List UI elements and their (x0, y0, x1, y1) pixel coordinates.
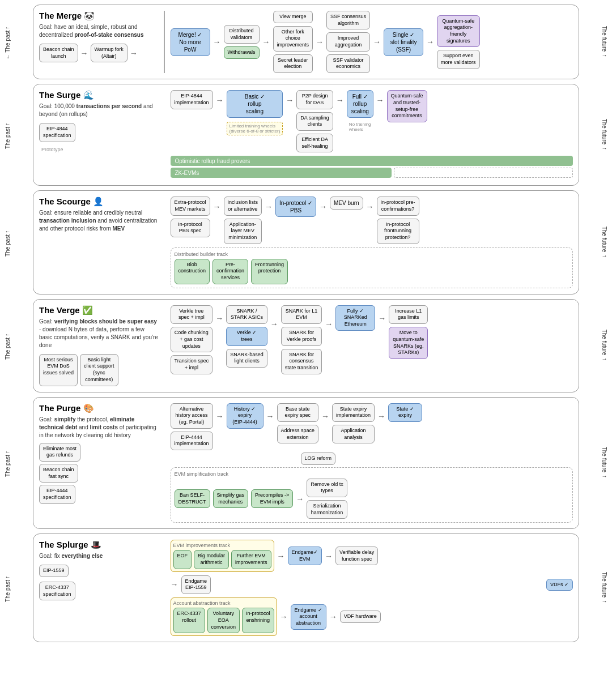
precompiles-node: Precompiles ->EVM impls (251, 489, 293, 508)
scourge-left: The Scourge 👤 Goal: ensure reliable and … (39, 197, 158, 233)
app-analysis-node: Applicationanalysis (332, 425, 375, 443)
verkle-spec-node: Verkle treespec + impl (171, 305, 213, 324)
arrow-sp4: → (280, 612, 288, 621)
beacon-fastsync-node: Beacon chainfast sync (39, 464, 78, 483)
splurge-past: ← The past (5, 574, 11, 602)
purge-goal: Goal: simplify the protocol, eliminate t… (39, 416, 158, 439)
warmup-fork-node: Warmup fork(Altair) (91, 44, 128, 62)
scourge-col1: Extra-protocolMEV markets In-protocolPBS… (171, 197, 210, 237)
verge-future-label: The future (601, 330, 607, 356)
splurge-wrapper: ← The past The Splurge 🎩 Goal: fix every… (5, 533, 607, 642)
splurge-left: The Splurge 🎩 Goal: fix everything else … (39, 540, 158, 600)
transition-spec-node: Transition spec+ impl (171, 355, 213, 374)
endgame-acc-node: Endgame ✓accountabstraction (291, 604, 326, 630)
purge-section: The Purge 🎨 Goal: simplify the protocol,… (33, 397, 579, 530)
no-training-label: No trainingwheels (347, 121, 373, 133)
mev-burn-node: MEV burn (330, 197, 363, 210)
verge-right: Verkle treespec + impl Code chunking+ ga… (171, 305, 573, 374)
evm-track-box: EVM improvements track EOF Big modularar… (171, 540, 274, 571)
purge-past-arrow: ← (5, 449, 11, 455)
snark-asic-node: SNARK /STARK ASICs (226, 305, 267, 324)
verge-past-label: The past (5, 338, 11, 360)
arrow6: → (373, 37, 381, 46)
surge-future: The future → (601, 119, 607, 151)
purge-future: The future → (601, 447, 607, 479)
erc4337-rollout-node: ERC-4337rollout (173, 608, 205, 633)
purge-future-arrow: → (602, 473, 607, 479)
surge-eip-node-wrap: EIP-4844specification (39, 123, 158, 142)
gas-refunds-node: Eliminate mostgas refunds (39, 443, 80, 462)
arrow5: → (316, 37, 324, 46)
inprotocol-enshrine-node: In-protocolenshrining (242, 608, 274, 633)
serial-harmon-node: Serializationharmonization (307, 500, 347, 519)
das-col: P2P designfor DAS DA samplingclients Eff… (296, 90, 333, 152)
extra-protocol-node: Extra-protocolMEV markets (171, 197, 210, 215)
surge-past-label: The past (5, 127, 11, 149)
arrow7: → (426, 37, 434, 46)
eip1559-node: EIP-1559 (39, 565, 69, 577)
merge-col3: SSF consensusalgorithm Improvedaggregati… (326, 11, 370, 73)
evm-dos-node: Most seriousEVM DoSissues solved (39, 354, 78, 386)
surge-goal: Goal: 100,000 transactions per second an… (39, 103, 158, 118)
arrow-s2: → (286, 96, 294, 105)
eof-node: EOF (173, 550, 192, 569)
splurge-right: EVM improvements track EOF Big modularar… (171, 540, 573, 636)
arrow-p4: → (377, 412, 385, 421)
splurge-title: The Splurge 🎩 (39, 540, 158, 550)
p2p-das-node: P2P designfor DAS (296, 90, 333, 109)
verge-flow: Verkle treespec + impl Code chunking+ ga… (171, 305, 573, 374)
merge-past-arrow: ← (5, 24, 11, 31)
pbs-node: In-protocol ✓PBS (275, 197, 316, 217)
zk-bar: ZK-EVMs (171, 168, 392, 178)
fr-protection-node: Frontrunningprotection (251, 259, 288, 284)
purge-flow: Alternativehistory access(eg. Portal) EI… (171, 403, 573, 450)
surge-section: The Surge 🌊 Goal: 100,000 transactions p… (33, 84, 579, 186)
verge-bottom-left: Most seriousEVM DoSissues solved Basic l… (39, 354, 158, 386)
snark-col: SNARK /STARK ASICs Verkle ✓trees SNARK-b… (226, 305, 267, 368)
arrow1: → (80, 49, 88, 58)
merge-left-nodes: Beacon chainlaunch → Warmup fork(Altair)… (39, 44, 158, 62)
arrow-s1: → (216, 96, 224, 105)
aa-nodes: ERC-4337rollout VoluntaryEOAconversion I… (173, 608, 274, 633)
snark-l1-node: SNARK for L1EVM (281, 305, 322, 324)
more-validators-node: Support evenmore validators (437, 50, 480, 69)
da-sampling-node: DA samplingclients (296, 112, 333, 131)
verge-section: The Verge ✅ Goal: verifying blocks shoul… (33, 299, 579, 392)
merge-goal: Goal: have an ideal, simple, robust and … (39, 23, 158, 39)
arrow-p1: → (216, 412, 224, 421)
merge-right: Merge! ✓No morePoW → Distributedvalidato… (171, 11, 573, 73)
ssf-validator-node: SSF validatoreconomics (326, 54, 370, 73)
merge-wrapper: ← ← The past The Merge 🐼 Goal: have an i… (5, 5, 607, 79)
scourge-future-arrow: → (602, 252, 607, 258)
verge-past: ← The past (5, 331, 11, 360)
dist-builder-track: Distributed builder track Blobconstructi… (171, 247, 573, 288)
further-evm-node: Further EVMimprovements (231, 550, 271, 569)
quantum-sig-node: Quantum-safeaggregation-friendlysignatur… (437, 15, 480, 48)
purge-wrapper: ← The past The Purge 🎨 Goal: simplify th… (5, 397, 607, 530)
arrow2: → (130, 49, 138, 58)
secret-leader-node: Secret leaderelection (273, 54, 313, 73)
vdf-hw-node: VDF hardware (340, 611, 381, 623)
surge-title: The Surge 🌊 (39, 90, 158, 100)
merge-col1: Distributedvalidators Withdrawals (224, 25, 260, 59)
training-label: Limited training wheels(diverse 6-of-8 o… (227, 122, 283, 135)
arrow-s3: → (336, 96, 344, 105)
purge-col1: Alternativehistory access(eg. Portal) EI… (171, 403, 213, 450)
splurge-past-label: The past (5, 580, 11, 602)
merge-future: The future → (601, 26, 607, 58)
address-space-node: Address spaceextension (277, 425, 319, 443)
purge-right-track: Remove old txtypes Serializationharmoniz… (307, 479, 347, 519)
scourge-future-label: The future (601, 227, 607, 253)
splurge-future: The future → (601, 572, 607, 604)
erc4337-spec-node: ERC-4337specification (39, 582, 75, 600)
optimistic-bar: Optimistic rollup fraud provers (171, 156, 573, 166)
log-row: LOG reform (171, 453, 573, 465)
arrow-sc4: → (366, 202, 374, 211)
verge-right-col: Increase L1gas limits Move toquantum-saf… (389, 305, 428, 359)
evm-improve-label: EVM improvements track (173, 543, 271, 548)
scourge-section: The Scourge 👤 Goal: ensure reliable and … (33, 190, 579, 294)
purge-right: Alternativehistory access(eg. Portal) EI… (171, 403, 573, 523)
verge-future: The future → (601, 330, 607, 362)
blob-construction-node: Blobconstruction (175, 259, 210, 284)
purge-future-label: The future (601, 447, 607, 473)
